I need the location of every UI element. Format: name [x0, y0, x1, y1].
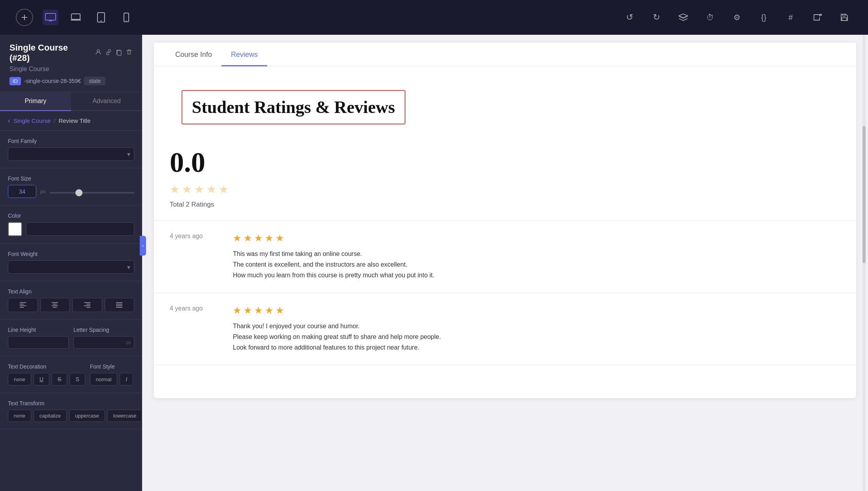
- toolbar-right: ↺ ↻ ⏱ ⚙ {} #: [622, 9, 852, 25]
- decoration-style-section: Text Decoration none U S S Font Style no…: [0, 356, 142, 393]
- font-weight-select[interactable]: [8, 260, 134, 274]
- decoration-overline-button[interactable]: S: [69, 373, 85, 386]
- font-style-italic-button[interactable]: I: [120, 373, 133, 386]
- link-icon[interactable]: [105, 49, 112, 58]
- transform-none-button[interactable]: none: [8, 410, 31, 422]
- tab-reviews[interactable]: Reviews: [221, 43, 267, 66]
- review-star-1-2: ★: [244, 233, 252, 244]
- font-family-label: Font Family: [8, 138, 134, 144]
- delete-icon[interactable]: [126, 49, 133, 58]
- laptop-icon[interactable]: [68, 9, 84, 25]
- user-icon[interactable]: [95, 49, 102, 58]
- letter-spacing-label: Letter Spacing: [73, 327, 134, 333]
- redo-icon[interactable]: ↻: [649, 9, 664, 25]
- scrollbar[interactable]: [862, 35, 866, 491]
- svg-rect-0: [45, 13, 56, 20]
- review-item-1: 4 years ago ★ ★ ★ ★ ★ This was my first …: [154, 221, 856, 293]
- breadcrumb-parent[interactable]: Single Course: [13, 117, 51, 124]
- transform-lowercase-button[interactable]: lowercase: [107, 410, 142, 422]
- review-stars-1: ★ ★ ★ ★ ★: [233, 233, 840, 244]
- review-stars-2: ★ ★ ★ ★ ★: [233, 305, 840, 316]
- desktop-icon[interactable]: [43, 9, 58, 25]
- review-text-2: Thank you! I enjoyed your course and hum…: [233, 321, 840, 353]
- save-icon[interactable]: [836, 9, 852, 25]
- color-swatch[interactable]: [8, 222, 22, 236]
- layers-icon[interactable]: [675, 9, 691, 25]
- align-right-button[interactable]: [72, 298, 102, 312]
- font-size-slider[interactable]: [50, 192, 134, 194]
- review-text-1: This was my first time taking an online …: [233, 248, 840, 281]
- text-transform-section: Text Transform none capitalize uppercase…: [0, 393, 142, 429]
- tab-primary[interactable]: Primary: [0, 92, 71, 111]
- review-line-1-1: This was my first time taking an online …: [233, 250, 362, 257]
- history-icon[interactable]: ⏱: [702, 9, 718, 25]
- align-buttons: [8, 298, 134, 312]
- tab-advanced[interactable]: Advanced: [71, 92, 142, 111]
- decoration-buttons: none U S S: [8, 373, 85, 386]
- align-center-button[interactable]: [40, 298, 70, 312]
- svg-rect-7: [842, 18, 847, 21]
- section-title-box: Student Ratings & Reviews: [182, 90, 405, 124]
- review-star-2-2: ★: [244, 305, 252, 316]
- back-button[interactable]: ‹: [8, 117, 10, 125]
- color-section: Color: [0, 205, 142, 244]
- font-weight-label: Font Weight: [8, 251, 134, 257]
- review-line-1-3: How much you learn from this course is p…: [233, 272, 434, 278]
- transform-uppercase-button[interactable]: uppercase: [69, 410, 105, 422]
- review-star-2-3: ★: [254, 305, 263, 316]
- breadcrumb-separator: /: [54, 117, 55, 124]
- element-title: Single Course (#28): [9, 43, 89, 63]
- add-icon[interactable]: +: [16, 9, 33, 26]
- code-icon[interactable]: {}: [756, 9, 772, 25]
- top-toolbar: + ↺ ↻: [0, 0, 868, 35]
- decoration-strikethrough-button[interactable]: S: [52, 373, 67, 386]
- review-line-2-3: Look forward to more additional features…: [233, 344, 419, 351]
- scrollbar-thumb: [862, 126, 866, 263]
- review-star-1-5: ★: [276, 233, 284, 244]
- mobile-icon[interactable]: [118, 9, 134, 25]
- toolbar-left: +: [16, 9, 134, 26]
- color-input[interactable]: [26, 222, 134, 236]
- transform-capitalize-button[interactable]: capitalize: [34, 410, 67, 422]
- state-button[interactable]: state: [84, 77, 105, 85]
- svg-rect-1: [71, 14, 80, 19]
- line-height-input[interactable]: [8, 336, 69, 349]
- id-value: -single-course-28-359€: [24, 78, 81, 84]
- content-tabs: Course Info Reviews: [154, 43, 856, 66]
- line-letter-section: Line Height Letter Spacing px: [0, 320, 142, 356]
- review-star-2-1: ★: [233, 305, 242, 316]
- font-size-label: Font Size: [8, 175, 134, 182]
- letter-spacing-input[interactable]: [73, 336, 134, 349]
- grid-icon[interactable]: #: [783, 9, 799, 25]
- main-layout: Single Course (#28) Single Co: [0, 35, 868, 491]
- decoration-none-button[interactable]: none: [8, 373, 31, 386]
- svg-rect-6: [843, 14, 845, 16]
- panel-tabs: Primary Advanced: [0, 92, 142, 111]
- svg-rect-9: [117, 51, 121, 55]
- font-family-select[interactable]: [8, 147, 134, 161]
- undo-icon[interactable]: ↺: [622, 9, 637, 25]
- align-justify-button[interactable]: [105, 298, 135, 312]
- decoration-underline-button[interactable]: U: [34, 373, 49, 386]
- review-star-1-4: ★: [265, 233, 274, 244]
- text-decoration-label: Text Decoration: [8, 363, 85, 370]
- svg-point-3: [101, 21, 102, 22]
- preview-icon[interactable]: [810, 9, 825, 25]
- collapse-handle[interactable]: ›: [140, 236, 146, 256]
- review-line-2-1: Thank you! I enjoyed your course and hum…: [233, 323, 360, 329]
- font-size-input[interactable]: [8, 185, 36, 198]
- rating-summary: 0.0 ★ ★ ★ ★ ★ Total 2 Ratings: [154, 136, 856, 221]
- star-4: ★: [206, 183, 216, 196]
- transform-buttons: none capitalize uppercase lowercase: [8, 410, 134, 422]
- tablet-icon[interactable]: [93, 9, 109, 25]
- font-style-normal-button[interactable]: normal: [90, 373, 118, 386]
- star-3: ★: [194, 183, 204, 196]
- tab-course-info[interactable]: Course Info: [166, 43, 221, 66]
- copy-icon[interactable]: [115, 49, 122, 58]
- preview-panel: Course Info Reviews Student Ratings & Re…: [154, 43, 856, 398]
- element-subtitle: Single Course: [9, 66, 133, 73]
- align-left-button[interactable]: [8, 298, 38, 312]
- sidebar-icons: [95, 49, 133, 58]
- settings-icon[interactable]: ⚙: [729, 9, 745, 25]
- svg-point-5: [126, 20, 127, 21]
